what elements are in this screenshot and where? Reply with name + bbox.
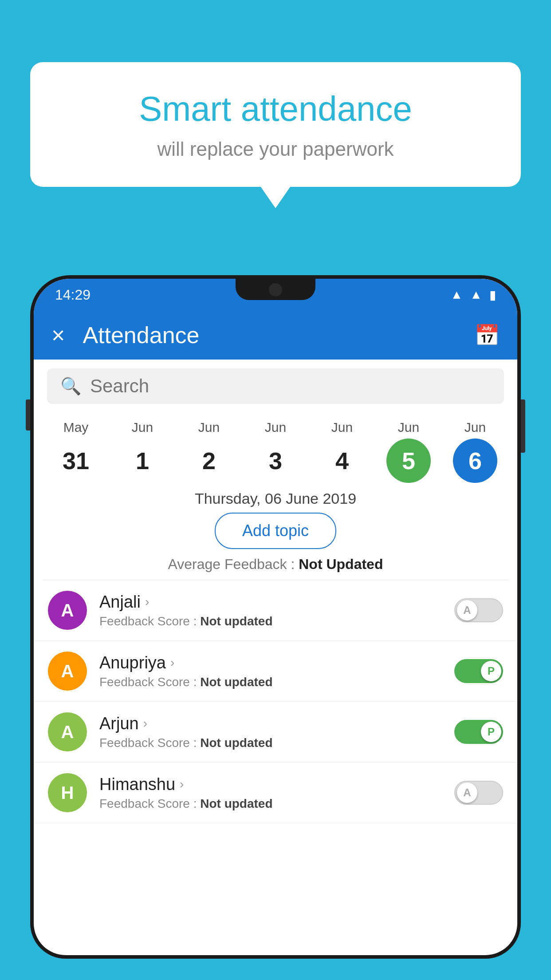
toggle-anjali[interactable]: A <box>454 598 503 622</box>
date-cell-jun1[interactable]: Jun 1 <box>116 420 169 483</box>
toggle-arjun[interactable]: P <box>454 720 503 744</box>
date-number-5: 5 <box>386 439 431 483</box>
date-month-1: Jun <box>132 420 153 435</box>
app-bar-title: Attendance <box>83 322 457 348</box>
student-info-arjun: Arjun › Feedback Score : Not updated <box>99 714 442 750</box>
avg-feedback-label: Average Feedback : <box>168 556 299 572</box>
feedback-score-himanshu: Feedback Score : Not updated <box>99 797 442 811</box>
calendar-icon[interactable]: 📅 <box>474 323 500 347</box>
chevron-icon: › <box>170 656 174 670</box>
feedback-score-anupriya: Feedback Score : Not updated <box>99 675 442 689</box>
chevron-icon: › <box>145 595 149 609</box>
date-month-5: Jun <box>398 420 419 435</box>
date-month-2: Jun <box>198 420 220 435</box>
toggle-thumb-anupriya: P <box>481 661 501 681</box>
date-number-0: 31 <box>54 439 98 483</box>
student-name-himanshu: Himanshu › <box>99 775 442 794</box>
feedback-score-anjali: Feedback Score : Not updated <box>99 614 442 628</box>
avg-feedback-value: Not Updated <box>299 556 383 572</box>
phone-notch <box>236 275 315 300</box>
student-row[interactable]: A Anupriya › Feedback Score : Not update… <box>34 641 517 702</box>
student-name-anupriya: Anupriya › <box>99 653 442 672</box>
speech-bubble-subtitle: will replace your paperwork <box>66 138 485 160</box>
date-month-6: Jun <box>464 420 486 435</box>
date-row: May 31 Jun 1 Jun 2 Jun 3 Jun 4 <box>34 413 517 483</box>
student-info-anjali: Anjali › Feedback Score : Not updated <box>99 593 442 628</box>
phone-screen: 14:29 ▲ ▲ ▮ × Attendance 📅 🔍 <box>34 279 517 955</box>
phone-outer: 14:29 ▲ ▲ ▮ × Attendance 📅 🔍 <box>30 275 521 959</box>
toggle-anupriya[interactable]: P <box>454 659 503 683</box>
side-button-right <box>521 399 525 453</box>
avatar-arjun: A <box>48 712 87 751</box>
date-cell-jun4[interactable]: Jun 4 <box>315 420 369 483</box>
selected-date-label: Thursday, 06 June 2019 <box>34 483 517 513</box>
speech-bubble: Smart attendance will replace your paper… <box>30 62 521 187</box>
toggle-thumb-himanshu: A <box>457 782 477 803</box>
date-number-1: 1 <box>120 439 165 483</box>
status-time: 14:29 <box>55 287 91 303</box>
student-list: A Anjali › Feedback Score : Not updated … <box>34 580 517 823</box>
side-button-left <box>26 399 30 431</box>
avg-feedback: Average Feedback : Not Updated <box>34 556 517 580</box>
date-number-2: 2 <box>187 439 231 483</box>
wifi-icon: ▲ <box>451 288 463 302</box>
student-info-anupriya: Anupriya › Feedback Score : Not updated <box>99 653 442 689</box>
date-number-3: 3 <box>253 439 298 483</box>
chevron-icon: › <box>180 777 184 791</box>
date-month-3: Jun <box>265 420 286 435</box>
feedback-score-arjun: Feedback Score : Not updated <box>99 736 442 750</box>
date-cell-jun6[interactable]: Jun 6 <box>449 420 502 483</box>
status-icons: ▲ ▲ ▮ <box>451 288 496 302</box>
close-button[interactable]: × <box>51 324 65 347</box>
battery-icon: ▮ <box>489 288 496 302</box>
student-name-anjali: Anjali › <box>99 593 442 612</box>
student-row[interactable]: A Arjun › Feedback Score : Not updated P <box>34 702 517 763</box>
add-topic-button[interactable]: Add topic <box>215 513 336 549</box>
student-name-arjun: Arjun › <box>99 714 442 733</box>
signal-icon: ▲ <box>470 288 482 302</box>
search-input[interactable] <box>90 375 491 397</box>
date-month-4: Jun <box>331 420 353 435</box>
date-cell-may31[interactable]: May 31 <box>49 420 102 483</box>
avatar-anjali: A <box>48 591 87 630</box>
student-info-himanshu: Himanshu › Feedback Score : Not updated <box>99 775 442 811</box>
speech-bubble-container: Smart attendance will replace your paper… <box>30 62 521 187</box>
date-cell-jun3[interactable]: Jun 3 <box>249 420 302 483</box>
student-row[interactable]: H Himanshu › Feedback Score : Not update… <box>34 763 517 823</box>
phone-mockup: 14:29 ▲ ▲ ▮ × Attendance 📅 🔍 <box>30 275 521 980</box>
date-month-0: May <box>63 420 89 435</box>
chevron-icon: › <box>143 716 147 731</box>
date-cell-jun5[interactable]: Jun 5 <box>382 420 435 483</box>
date-number-6: 6 <box>453 439 497 483</box>
toggle-thumb-anjali: A <box>457 600 477 620</box>
avatar-anupriya: A <box>48 652 87 691</box>
search-bar[interactable]: 🔍 <box>47 368 504 404</box>
avatar-himanshu: H <box>48 773 87 812</box>
toggle-himanshu[interactable]: A <box>454 781 503 805</box>
camera <box>269 283 282 296</box>
search-icon: 🔍 <box>60 376 81 396</box>
date-cell-jun2[interactable]: Jun 2 <box>182 420 236 483</box>
student-row[interactable]: A Anjali › Feedback Score : Not updated … <box>34 580 517 641</box>
speech-bubble-title: Smart attendance <box>66 89 485 129</box>
date-number-4: 4 <box>320 439 364 483</box>
app-bar: × Attendance 📅 <box>34 311 517 360</box>
toggle-thumb-arjun: P <box>481 722 501 742</box>
